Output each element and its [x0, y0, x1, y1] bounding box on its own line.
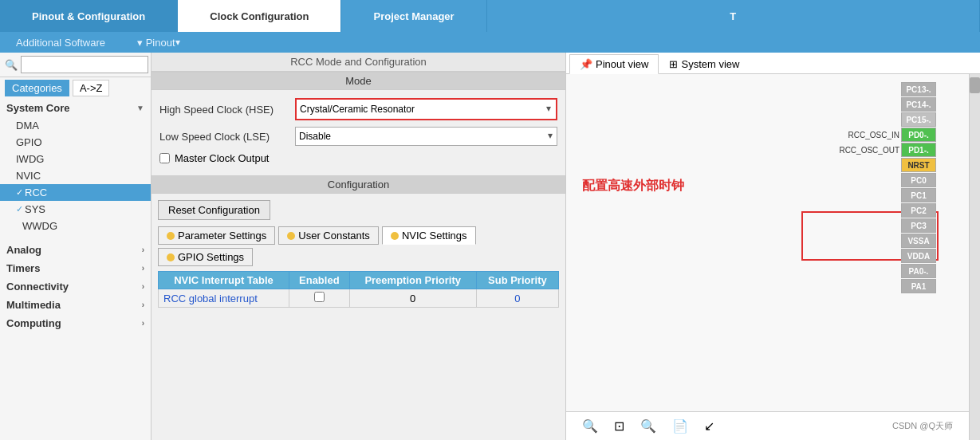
bottom-icons: 🔍 ⊡ 🔍 📄 ↙ [582, 418, 714, 434]
tab-az[interactable]: A->Z [73, 80, 110, 96]
view-tabs: 📌 Pinout view ⊞ System view [566, 53, 980, 74]
table-row: RCC global interrupt 0 0 [159, 289, 559, 308]
nvic-row-preemption: 0 [349, 289, 476, 308]
main-layout: 🔍 ⚙ Categories A->Z System Core ▼ DMA GP… [0, 53, 980, 440]
pin-vdda: VDDA [839, 249, 936, 263]
pin-nrst: NRST [839, 158, 936, 172]
dot-icon-params [167, 232, 175, 240]
tab-pinout-view[interactable]: 📌 Pinout view [569, 54, 659, 74]
nvic-col-preemption: Preemption Priority [349, 272, 476, 289]
pin-box-vdda[interactable]: VDDA [901, 249, 936, 263]
sidebar-category-computing[interactable]: Computing › [0, 314, 151, 332]
sidebar-category-timers[interactable]: Timers › [0, 259, 151, 277]
pin-pc15: PC15-. [839, 112, 936, 127]
chip-view: 配置高速外部时钟 PC13-. PC14-. PC15-. [566, 74, 980, 440]
pin-box-pd1[interactable]: PD1-. [901, 143, 936, 157]
sidebar-category-analog[interactable]: Analog › [0, 241, 151, 259]
pin-pc3: PC3 [839, 218, 936, 233]
pin-pc13: PC13-. [839, 82, 936, 96]
sidebar-category-systemcore[interactable]: System Core ▼ [0, 99, 151, 117]
nvic-row-name[interactable]: RCC global interrupt [159, 289, 289, 308]
tab-project[interactable]: Project Manager [341, 0, 486, 32]
scroll-thumb[interactable] [970, 77, 980, 93]
pin-pc1: PC1 [839, 188, 936, 202]
tab-nvic-settings[interactable]: NVIC Settings [382, 226, 476, 245]
pin-box-pc1[interactable]: PC1 [901, 188, 936, 202]
scrollbar[interactable] [969, 74, 980, 440]
nvic-row-sub: 0 [476, 289, 558, 308]
pin-box-nrst[interactable]: NRST [901, 158, 936, 172]
tab-clock[interactable]: Clock Configuration [178, 0, 341, 32]
tab-categories[interactable]: Categories [5, 80, 69, 96]
pin-box-pc0[interactable]: PC0 [901, 173, 936, 187]
rcc-panel-title: RCC Mode and Configuration [152, 53, 565, 72]
tab-pinout[interactable]: Pinout & Configuration [0, 0, 178, 32]
tab-user-constants[interactable]: User Constants [278, 226, 379, 245]
sidebar-category-connectivity[interactable]: Connectivity › [0, 277, 151, 296]
pinout-icon: 📌 [580, 58, 592, 70]
fit-screen-icon[interactable]: ⊡ [614, 418, 624, 434]
pin-box-pa0[interactable]: PA0-. [901, 264, 936, 278]
sidebar-item-dma[interactable]: DMA [0, 117, 151, 134]
sidebar-item-iwdg[interactable]: IWDG [0, 151, 151, 167]
tab-gpio-settings[interactable]: GPIO Settings [158, 248, 253, 266]
pin-box-pc13[interactable]: PC13-. [901, 82, 936, 96]
search-icon: 🔍 [5, 59, 18, 71]
pin-pa0: PA0-. [839, 264, 936, 278]
master-clock-checkbox[interactable] [159, 153, 170, 163]
chevron-right-icon-4: › [142, 301, 144, 309]
sidebar-item-sys[interactable]: ✓ SYS [0, 201, 151, 218]
lse-select-wrapper: Disable Crystal/Ceramic Resonator Bypass… [295, 127, 557, 146]
pin-box-pd0[interactable]: PD0-. [901, 128, 936, 142]
master-clock-row: Master Clock Output [159, 152, 557, 164]
hse-row: High Speed Clock (HSE) Crystal/Ceramic R… [159, 98, 557, 120]
nvic-enabled-checkbox[interactable] [314, 292, 325, 302]
chevron-down-icon: ▼ [136, 104, 144, 112]
zoom-in-icon[interactable]: 🔍 [640, 418, 656, 434]
pin-box-pa1[interactable]: PA1 [901, 279, 936, 293]
system-icon: ⊞ [669, 58, 678, 70]
pin-box-pc14[interactable]: PC14-. [901, 97, 936, 112]
pin-box-pc3[interactable]: PC3 [901, 218, 936, 233]
search-input[interactable] [21, 56, 148, 73]
sub-nav-pinout[interactable]: ▾ Pinout [121, 37, 195, 49]
lse-label: Low Speed Clock (LSE) [159, 131, 295, 143]
sidebar-search-area: 🔍 ⚙ [0, 53, 151, 77]
sidebar-item-wwdg[interactable]: WWDG [0, 218, 151, 234]
nvic-col-name: NVIC Interrupt Table [159, 272, 289, 289]
pin-pd1: RCC_OSC_OUT PD1-. [839, 143, 936, 157]
bottom-toolbar: 🔍 ⊡ 🔍 📄 ↙ CSDN @Q天师 [566, 411, 969, 440]
reset-config-button[interactable]: Reset Configuration [158, 200, 270, 220]
zoom-out-icon[interactable]: 🔍 [582, 418, 598, 434]
pin-pc2: PC2 [839, 203, 936, 218]
sidebar-item-rcc[interactable]: ✓ RCC [0, 184, 151, 201]
lse-row: Low Speed Clock (LSE) Disable Crystal/Ce… [159, 127, 557, 146]
nvic-row-enabled [289, 289, 349, 308]
tab-extra[interactable]: T [487, 0, 980, 32]
pin-box-pc15[interactable]: PC15-. [901, 112, 936, 127]
sidebar-item-gpio[interactable]: GPIO [0, 134, 151, 151]
chevron-right-icon: › [142, 246, 144, 254]
lse-select[interactable]: Disable Crystal/Ceramic Resonator Bypass… [295, 127, 557, 146]
tab-system-view[interactable]: ⊞ System view [659, 54, 750, 73]
chevron-right-icon-3: › [142, 282, 144, 291]
sub-nav-software[interactable]: Additional Software [0, 37, 121, 49]
pin-box-pc2[interactable]: PC2 [901, 203, 936, 218]
annotation-text: 配置高速外部时钟 [582, 178, 684, 194]
rcc-panel: RCC Mode and Configuration Mode High Spe… [152, 53, 566, 440]
config-section: Configuration Reset Configuration Parame… [152, 175, 565, 314]
dot-icon-gpio [167, 253, 175, 261]
pin-box-vssa[interactable]: VSSA [901, 234, 936, 248]
pin-pa1: PA1 [839, 279, 936, 293]
tab-parameter-settings[interactable]: Parameter Settings [158, 226, 275, 245]
sidebar-item-nvic[interactable]: NVIC [0, 167, 151, 184]
export-icon[interactable]: 📄 [672, 418, 688, 434]
navigate-icon[interactable]: ↙ [704, 418, 714, 434]
dot-icon-user [287, 232, 295, 240]
watermark: CSDN @Q天师 [892, 420, 953, 432]
hse-select[interactable]: Crystal/Ceramic Resonator Disable Bypass… [297, 100, 556, 119]
chip-pins: PC13-. PC14-. PC15-. RCC_OSC_IN PD0-. [839, 82, 936, 293]
sidebar: 🔍 ⚙ Categories A->Z System Core ▼ DMA GP… [0, 53, 152, 440]
sidebar-category-multimedia[interactable]: Multimedia › [0, 296, 151, 314]
top-nav: Pinout & Configuration Clock Configurati… [0, 0, 980, 32]
